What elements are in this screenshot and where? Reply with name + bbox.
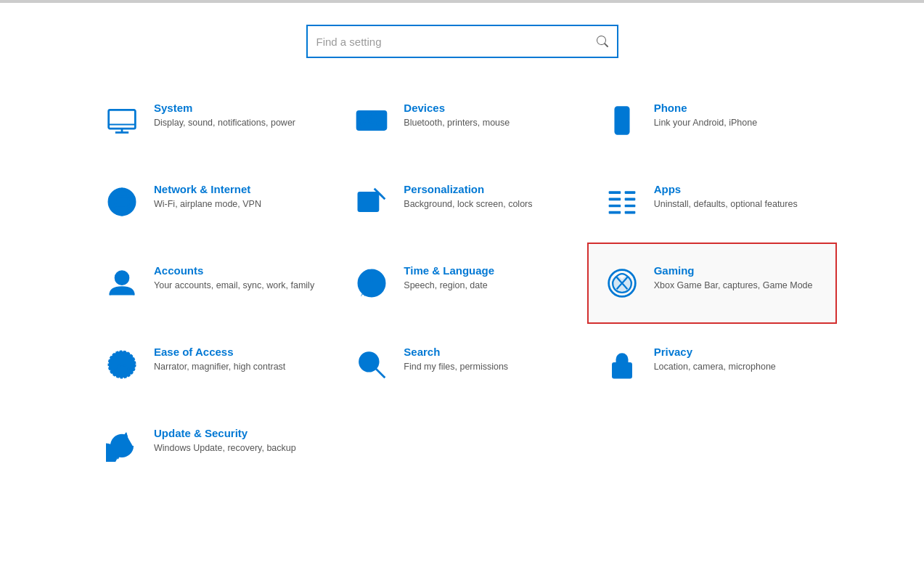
- setting-desc-apps: Uninstall, defaults, optional features: [654, 198, 821, 211]
- setting-desc-gaming: Xbox Game Bar, captures, Game Mode: [654, 280, 821, 293]
- setting-title-accounts: Accounts: [154, 264, 321, 277]
- svg-text:A: A: [361, 291, 366, 298]
- monitor-icon: [103, 102, 141, 139]
- setting-item-system[interactable]: System Display, sound, notifications, po…: [87, 80, 337, 161]
- svg-point-11: [377, 122, 380, 125]
- svg-rect-24: [608, 205, 621, 208]
- svg-point-7: [372, 117, 375, 120]
- svg-point-37: [360, 353, 379, 372]
- svg-rect-14: [376, 112, 381, 115]
- keyboard-icon: [353, 102, 391, 139]
- setting-title-apps: Apps: [654, 183, 821, 195]
- search-container: [0, 3, 924, 73]
- setting-desc-network: Wi-Fi, airplane mode, VPN: [154, 198, 321, 211]
- setting-desc-time: Speech, region, date: [404, 280, 571, 293]
- svg-point-13: [370, 113, 373, 115]
- svg-rect-12: [365, 121, 369, 124]
- setting-item-time[interactable]: A Time & Language Speech, region, date: [337, 243, 586, 324]
- setting-desc-search: Find my files, permissions: [404, 361, 571, 374]
- setting-item-phone[interactable]: Phone Link your Android, iPhone: [587, 80, 837, 161]
- setting-title-phone: Phone: [654, 102, 821, 114]
- refresh-icon: [103, 427, 141, 465]
- svg-point-6: [367, 117, 369, 120]
- svg-rect-22: [608, 191, 621, 194]
- setting-desc-update: Windows Update, recovery, backup: [154, 442, 321, 455]
- svg-point-5: [361, 117, 364, 120]
- xbox-icon: [603, 264, 641, 302]
- setting-item-apps[interactable]: Apps Uninstall, defaults, optional featu…: [587, 161, 837, 243]
- person-icon: [103, 264, 141, 302]
- setting-item-gaming[interactable]: Gaming Xbox Game Bar, captures, Game Mod…: [587, 243, 837, 324]
- setting-item-privacy[interactable]: Privacy Location, camera, microphone: [587, 324, 837, 405]
- setting-item-devices[interactable]: Devices Bluetooth, printers, mouse: [337, 80, 586, 161]
- svg-line-38: [376, 369, 385, 378]
- setting-desc-system: Display, sound, notifications, power: [154, 117, 321, 130]
- setting-title-time: Time & Language: [404, 264, 571, 277]
- setting-item-update[interactable]: Update & Security Windows Update, recove…: [87, 405, 337, 486]
- svg-rect-20: [359, 192, 379, 211]
- settings-grid: System Display, sound, notifications, po…: [0, 73, 924, 494]
- setting-title-personalization: Personalization: [404, 183, 571, 195]
- svg-point-10: [372, 122, 375, 125]
- setting-desc-devices: Bluetooth, printers, mouse: [404, 117, 571, 130]
- setting-title-system: System: [154, 102, 321, 114]
- setting-title-ease: Ease of Access: [154, 346, 321, 358]
- setting-item-search[interactable]: Search Find my files, permissions: [337, 324, 586, 405]
- setting-desc-ease: Narrator, magnifier, high contrast: [154, 361, 321, 374]
- personalization-icon: [353, 183, 391, 221]
- svg-point-40: [620, 369, 624, 373]
- setting-item-ease[interactable]: Ease of Access Narrator, magnifier, high…: [87, 324, 337, 405]
- svg-point-8: [377, 117, 380, 120]
- svg-rect-28: [624, 205, 635, 208]
- svg-point-30: [115, 272, 128, 285]
- search-input[interactable]: [308, 36, 588, 48]
- setting-title-privacy: Privacy: [654, 346, 821, 358]
- setting-desc-accounts: Your accounts, email, sync, work, family: [154, 280, 321, 293]
- svg-rect-27: [624, 198, 635, 201]
- time-icon: A: [353, 264, 391, 302]
- svg-rect-25: [608, 211, 621, 214]
- setting-title-network: Network & Internet: [154, 183, 321, 195]
- apps-icon: [603, 183, 641, 221]
- search-box: [306, 25, 618, 58]
- setting-title-update: Update & Security: [154, 427, 321, 439]
- setting-item-accounts[interactable]: Accounts Your accounts, email, sync, wor…: [87, 243, 337, 324]
- ease-icon: [103, 346, 141, 383]
- svg-rect-23: [608, 198, 621, 201]
- svg-rect-0: [109, 110, 136, 129]
- setting-item-network[interactable]: Network & Internet Wi-Fi, airplane mode,…: [87, 161, 337, 243]
- setting-item-personalization[interactable]: Personalization Background, lock screen,…: [337, 161, 586, 243]
- phone-icon: [603, 102, 641, 139]
- setting-desc-phone: Link your Android, iPhone: [654, 117, 821, 130]
- globe-icon: [103, 183, 141, 221]
- setting-title-search: Search: [404, 346, 571, 358]
- svg-point-9: [361, 122, 364, 125]
- setting-title-devices: Devices: [404, 102, 571, 114]
- search-button[interactable]: [588, 26, 617, 57]
- lock-icon: [603, 346, 641, 383]
- setting-title-gaming: Gaming: [654, 264, 821, 277]
- svg-rect-26: [624, 191, 635, 194]
- setting-desc-personalization: Background, lock screen, colors: [404, 198, 571, 211]
- search-icon: [353, 346, 391, 383]
- svg-rect-29: [624, 211, 635, 214]
- setting-desc-privacy: Location, camera, microphone: [654, 361, 821, 374]
